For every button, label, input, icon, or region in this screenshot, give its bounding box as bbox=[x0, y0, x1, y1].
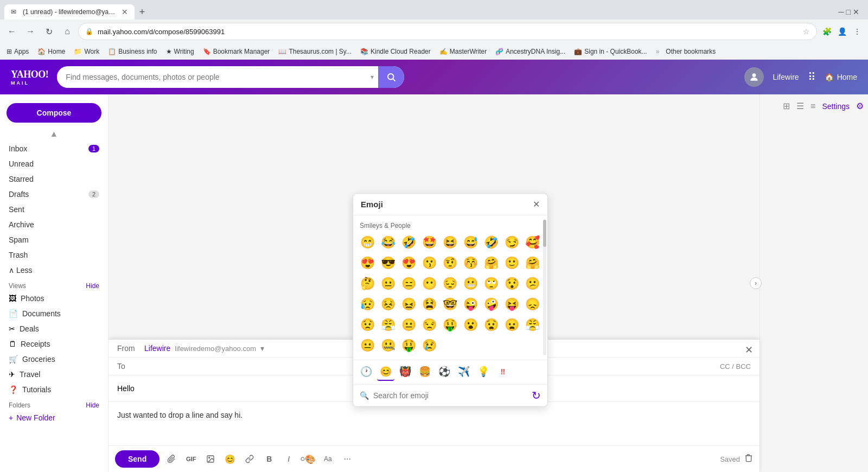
apps-grid-icon[interactable]: ⠿ bbox=[808, 71, 816, 84]
back-button[interactable]: ← bbox=[4, 24, 20, 39]
emoji-smiling-hearts[interactable]: 🥰 bbox=[522, 233, 542, 252]
more-options-icon[interactable]: ··· bbox=[340, 451, 355, 467]
minimize-btn[interactable]: ─ bbox=[839, 8, 844, 16]
emoji-icon[interactable]: 😊 bbox=[222, 451, 238, 467]
bookmark-writing[interactable]: ★ Writing bbox=[164, 47, 196, 56]
emoji-cat-food[interactable]: 🍔 bbox=[416, 363, 433, 381]
sidebar-item-inbox[interactable]: Inbox 1 bbox=[0, 141, 108, 156]
sidebar-item-documents[interactable]: 📄 Documents bbox=[0, 306, 108, 321]
emoji-persevering2[interactable]: 😤 bbox=[522, 315, 542, 335]
maximize-btn[interactable]: □ bbox=[846, 8, 851, 16]
star-icon[interactable]: ☆ bbox=[803, 27, 810, 36]
list-view-icon[interactable]: ☰ bbox=[796, 101, 804, 111]
search-button[interactable] bbox=[378, 66, 404, 88]
emoji-kissing-closed[interactable]: 😚 bbox=[461, 253, 480, 273]
emoji-angry[interactable]: 😤 bbox=[378, 315, 398, 335]
emoji-laughing[interactable]: 😆 bbox=[440, 233, 459, 252]
folders-hide-link[interactable]: Hide bbox=[86, 401, 99, 409]
emoji-anguished[interactable]: 😧 bbox=[481, 315, 501, 335]
grid-view-icon[interactable]: ⊞ bbox=[783, 101, 790, 111]
sidebar-item-travel[interactable]: ✈ Travel bbox=[0, 367, 108, 382]
emoji-kissing[interactable]: 😗 bbox=[419, 253, 439, 273]
emoji-starstruck[interactable]: 🤩 bbox=[419, 233, 439, 252]
emoji-sad[interactable]: 😢 bbox=[419, 336, 439, 355]
emoji-confounded[interactable]: 😖 bbox=[399, 295, 418, 314]
emoji-cat-symbols[interactable]: ‼ bbox=[494, 363, 512, 381]
emoji-close-button[interactable]: ✕ bbox=[533, 199, 540, 209]
font-size-icon[interactable]: Aa bbox=[320, 451, 335, 467]
sidebar-item-archive[interactable]: Archive bbox=[0, 217, 108, 232]
bookmark-manager[interactable]: 🔖 Bookmark Manager bbox=[201, 47, 272, 56]
emoji-grimacing[interactable]: 😬 bbox=[461, 274, 480, 294]
add-folder-button[interactable]: + New Folder bbox=[0, 410, 108, 425]
emoji-winking-tongue[interactable]: 😜 bbox=[461, 295, 480, 314]
detail-view-icon[interactable]: ≡ bbox=[810, 101, 815, 111]
emoji-expressionless[interactable]: 😑 bbox=[399, 274, 418, 294]
compose-close-button[interactable]: ✕ bbox=[745, 344, 753, 356]
expand-panel-button[interactable]: › bbox=[750, 277, 762, 289]
emoji-rofl[interactable]: 🤣 bbox=[399, 233, 418, 252]
italic-icon[interactable]: I bbox=[281, 451, 296, 467]
emoji-thinking[interactable]: 🤔 bbox=[358, 274, 377, 294]
bookmark-business[interactable]: 📋 Business info bbox=[106, 47, 159, 56]
emoji-confused[interactable]: 😕 bbox=[522, 274, 542, 294]
emoji-search-input[interactable] bbox=[373, 391, 527, 400]
emoji-unamused[interactable]: 😒 bbox=[419, 315, 439, 335]
emoji-frowning[interactable]: 😦 bbox=[502, 315, 521, 335]
emoji-disappointed[interactable]: 😥 bbox=[358, 295, 377, 314]
gif-icon[interactable]: GIF bbox=[183, 451, 199, 467]
emoji-cat-sports[interactable]: ⚽ bbox=[436, 363, 453, 381]
emoji-face-crazy[interactable]: 🤑 bbox=[399, 336, 418, 355]
bookmark-masterwriter[interactable]: ✍ MasterWriter bbox=[437, 47, 489, 56]
sidebar-item-sent[interactable]: Sent bbox=[0, 202, 108, 217]
link-icon[interactable] bbox=[242, 451, 257, 467]
sidebar-item-tutorials[interactable]: ❓ Tutorials bbox=[0, 382, 108, 397]
emoji-neutral[interactable]: 😐 bbox=[378, 274, 398, 294]
refresh-button[interactable]: ↻ bbox=[41, 24, 56, 39]
emoji-money-mouth[interactable]: 🤑 bbox=[440, 315, 459, 335]
emoji-hugging2[interactable]: 🤗 bbox=[522, 253, 542, 273]
profile-icon[interactable]: 👤 bbox=[835, 25, 848, 38]
emoji-eye-roll[interactable]: 🙄 bbox=[481, 274, 501, 294]
emoji-face-blowing[interactable]: 🤐 bbox=[378, 336, 398, 355]
sidebar-item-spam[interactable]: Spam bbox=[0, 232, 108, 247]
compose-body[interactable]: Just wanted to drop a line and say hi. bbox=[108, 402, 760, 445]
bookmark-quickbooks[interactable]: 💼 Sign in - QuickBook... bbox=[572, 47, 649, 56]
views-hide-link[interactable]: Hide bbox=[86, 282, 99, 290]
emoji-stuck-out-tongue[interactable]: 😝 bbox=[502, 295, 521, 314]
emoji-neutral2[interactable]: 😐 bbox=[399, 315, 418, 335]
tab-close-btn[interactable]: ✕ bbox=[122, 8, 128, 16]
emoji-joy[interactable]: 😂 bbox=[378, 233, 398, 252]
address-bar[interactable]: 🔒 mail.yahoo.com/d/compose/8599063991 ☆ bbox=[78, 23, 817, 40]
bookmark-work[interactable]: 📁 Work bbox=[72, 47, 101, 56]
emoji-raised-eyebrow[interactable]: 🤨 bbox=[440, 253, 459, 273]
emoji-cat-travel[interactable]: ✈️ bbox=[455, 363, 473, 381]
emoji-kiss-heart[interactable]: 😍 bbox=[399, 253, 418, 273]
bookmark-ancestry[interactable]: 🧬 AncestryDNA Insig... bbox=[493, 47, 567, 56]
emoji-refresh-icon[interactable]: ↻ bbox=[532, 389, 541, 402]
emoji-tired[interactable]: 😫 bbox=[419, 295, 439, 314]
emoji-laughing2[interactable]: 🤣 bbox=[481, 233, 501, 252]
active-tab[interactable]: ✉ (1 unread) - lifewiredemo@yaho... ✕ bbox=[4, 4, 135, 20]
sidebar-less-toggle[interactable]: ∧ Less bbox=[0, 263, 108, 278]
search-input[interactable] bbox=[57, 73, 366, 81]
emoji-no-mouth[interactable]: 😶 bbox=[419, 274, 439, 294]
sidebar-item-photos[interactable]: 🖼 Photos bbox=[0, 291, 108, 306]
emoji-cat-objects[interactable]: 💡 bbox=[475, 363, 492, 381]
home-button-header[interactable]: 🏠 Home bbox=[825, 73, 857, 81]
emoji-slightly-smiling[interactable]: 🙂 bbox=[502, 253, 521, 273]
colors-icon[interactable]: 🎨 bbox=[301, 451, 316, 467]
send-button[interactable]: Send bbox=[115, 450, 159, 468]
bookmark-home[interactable]: 🏠 Home bbox=[35, 47, 67, 56]
emoji-cat-recent[interactable]: 🕐 bbox=[358, 363, 375, 381]
settings-gear-icon[interactable]: ⚙ bbox=[856, 101, 864, 111]
from-dropdown-icon[interactable]: ▾ bbox=[260, 344, 264, 353]
image-icon[interactable] bbox=[203, 451, 218, 467]
sidebar-item-deals[interactable]: ✂ Deals bbox=[0, 321, 108, 336]
emoji-cool[interactable]: 😎 bbox=[378, 253, 398, 273]
emoji-open-mouth[interactable]: 😮 bbox=[461, 315, 480, 335]
attach-icon[interactable] bbox=[164, 451, 179, 467]
home-button[interactable]: ⌂ bbox=[60, 24, 75, 39]
sidebar-item-drafts[interactable]: Drafts 2 bbox=[0, 187, 108, 202]
emoji-hugging[interactable]: 🤗 bbox=[481, 253, 501, 273]
